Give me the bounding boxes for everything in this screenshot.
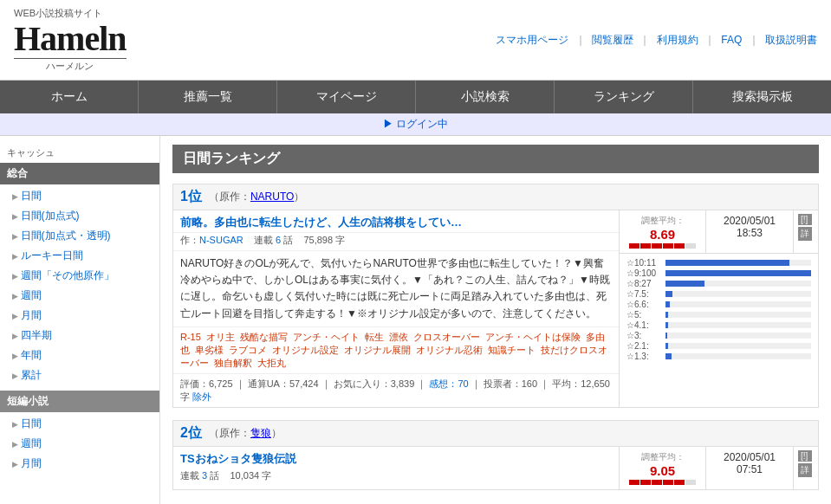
sidebar-item-weekly[interactable]: 週間 <box>0 286 159 306</box>
tag-interp[interactable]: 独自解釈 <box>214 358 252 368</box>
header-link-faq[interactable]: FAQ <box>721 34 742 46</box>
rank-1-title: 前略。多由也に転生したけど、人生の詰将棋をしてい… <box>180 215 462 230</box>
rank-1-badge[interactable]: [!] <box>798 214 812 225</box>
sidebar-item-daily[interactable]: 日間 <box>0 186 159 206</box>
star-row-8: ☆2.1: <box>626 341 811 351</box>
nav-board[interactable]: 搜索掲示板 <box>693 81 831 113</box>
nav-mypage[interactable]: マイページ <box>277 81 416 113</box>
star-row-1: ☆9:100 <box>626 268 811 278</box>
tag-orig-setting[interactable]: オリジナル設定 <box>272 345 339 355</box>
rank-1-score-bar <box>626 243 698 249</box>
content-area: 日間ランキング 1位 （原作：NARUTO） 前略。多由也に転生したけど、人生の… <box>160 136 831 504</box>
rank-entry-2: 2位 （原作：隻狼） TSおねショタ隻狼伝説 連載 3 話 10,034 字 <box>172 420 819 490</box>
sidebar-item-monthly[interactable]: 月間 <box>0 306 159 326</box>
tag-cheat[interactable]: 知識チート <box>488 345 536 355</box>
rank-1-orig-label: （原作：NARUTO） <box>209 190 304 204</box>
header-link-history[interactable]: 閲覧履歴 <box>592 34 633 46</box>
rank-2-title-row: TSおねショタ隻狼伝説 <box>173 447 619 468</box>
rank-1-review-link[interactable]: 感想：70 <box>429 378 468 389</box>
rank-1-series-unit: 話 <box>283 235 293 245</box>
tag-hyoi[interactable]: 漂依 <box>389 332 408 342</box>
sidebar: キャッシュ 総合 日間 日間(加点式) 日間(加点式・透明) ルーキー日間 週間… <box>0 136 160 504</box>
sidebar-item-daily-plus[interactable]: 日間(加点式) <box>0 206 159 226</box>
rank-1-char-count: 75,898 字 <box>303 235 345 245</box>
tag-romcom[interactable]: ラブコメ <box>229 345 267 355</box>
logo-area: WEB小説投稿サイト Hameln ハーメルン <box>14 7 127 73</box>
sidebar-item-quarterly[interactable]: 四半期 <box>0 326 159 346</box>
rank-entry-1: 1位 （原作：NARUTO） 前略。多由也に転生したけど、人生の詰将棋をしてい…… <box>172 184 819 408</box>
main-nav: ホーム 推薦一覧 マイページ 小説検索 ランキング 搜索掲示板 <box>0 81 831 113</box>
rank-1-series-type: 連載 <box>254 235 273 245</box>
tag-antihate2[interactable]: アンチ・ヘイトは保険 <box>485 332 581 342</box>
tag-hizetsusama[interactable]: 卑劣様 <box>195 345 224 355</box>
header: WEB小説投稿サイト Hameln ハーメルン スマホ用ページ ｜ 閲覧履歴 ｜… <box>0 0 831 81</box>
star-row-9: ☆1.3: <box>626 352 811 361</box>
rank-1-series-count[interactable]: 6 <box>276 235 281 245</box>
login-link[interactable]: ▶ ログイン中 <box>383 118 448 130</box>
tag-taikyomaru[interactable]: 大拒丸 <box>257 358 286 368</box>
star-row-2: ☆8:27 <box>626 279 811 288</box>
rank-2-badge[interactable]: [!] <box>798 450 812 462</box>
rank-2-title-link[interactable]: TSおねショタ隻狼伝説 <box>180 452 296 465</box>
rank-1-badge2[interactable]: 詳 <box>798 227 812 241</box>
rank-1-author-series: 作：N-SUGAR 連載 6 話 75,898 字 <box>173 233 619 251</box>
nav-home[interactable]: ホーム <box>0 81 139 113</box>
sidebar-item-weekly-other[interactable]: 週間「その他原作」 <box>0 266 159 286</box>
rank-1-title-link[interactable]: 前略。多由也に転生したけど、人生の詰将棋をしてい… <box>180 216 462 229</box>
rank-1-orig-link[interactable]: NARUTO <box>250 191 294 203</box>
sidebar-section-short: 短編小説 <box>0 391 159 412</box>
tag-orig-dev[interactable]: オリジナル展開 <box>344 345 411 355</box>
header-link-manual[interactable]: 取扱説明書 <box>765 34 817 46</box>
tag-ori[interactable]: オリ主 <box>206 332 235 342</box>
sidebar-item-short-weekly[interactable]: 週間 <box>0 434 159 454</box>
tag-antihate[interactable]: アンチ・ヘイト <box>293 332 360 342</box>
rank-1-stats-top: 調整平均： 8.69 202 <box>620 210 818 254</box>
rank-2-score-bar <box>626 480 698 485</box>
tag-tensei[interactable]: 転生 <box>365 332 384 342</box>
sidebar-item-daily-plus-trans[interactable]: 日間(加点式・透明) <box>0 226 159 246</box>
tag-r15[interactable]: R-15 <box>180 332 201 342</box>
rank-1-star-chart: ☆10:11 ☆9:100 ☆8:27 ☆7.5: <box>620 254 818 366</box>
rank-1-fav: 3,839 <box>391 378 415 389</box>
nav-recommendations[interactable]: 推薦一覧 <box>139 81 277 113</box>
header-links: スマホ用ページ ｜ 閲覧履歴 ｜ 利用規約 ｜ FAQ ｜ 取扱説明書 <box>496 33 817 48</box>
rank-2-score-value: 9.05 <box>626 463 698 478</box>
header-link-smartphone[interactable]: スマホ用ページ <box>496 34 568 46</box>
rank-1-title-row: 前略。多由也に転生したけど、人生の詰将棋をしてい… <box>173 210 619 233</box>
rank-1-left: 前略。多由也に転生したけど、人生の詰将棋をしてい… 作：N-SUGAR 連載 6… <box>173 210 619 407</box>
rank-2-series-count[interactable]: 3 <box>202 470 207 481</box>
header-link-terms[interactable]: 利用規約 <box>657 34 698 46</box>
rank-1-tags: R-15 オリ主 残酷な描写 アンチ・ヘイト 転生 漂依 クロスオーバー アンチ… <box>173 327 619 374</box>
rank-2-badge2[interactable]: 詳 <box>798 463 812 477</box>
rank-1-body: 前略。多由也に転生したけど、人生の詰将棋をしてい… 作：N-SUGAR 連載 6… <box>173 210 818 407</box>
sidebar-item-yearly[interactable]: 年間 <box>0 346 159 365</box>
sidebar-section-general: 総合 <box>0 163 159 184</box>
rank-2-badges: [!] 詳 <box>793 447 816 489</box>
tag-cruel[interactable]: 残酷な描写 <box>240 332 288 342</box>
rank-2-char-count: 10,034 字 <box>230 470 271 481</box>
sidebar-item-short-daily[interactable]: 日間 <box>0 414 159 434</box>
sidebar-item-rookie[interactable]: ルーキー日間 <box>0 246 159 266</box>
rank-2-date: 2020/05/01 <box>713 451 786 463</box>
rank-2-body: TSおねショタ隻狼伝説 連載 3 話 10,034 字 調整平均： <box>173 447 818 489</box>
main-layout: キャッシュ 総合 日間 日間(加点式) 日間(加点式・透明) ルーキー日間 週間… <box>0 136 831 504</box>
rank-1-voters: 160 <box>522 378 537 389</box>
star-row-0: ☆10:11 <box>626 258 811 268</box>
nav-ranking[interactable]: ランキング <box>555 81 693 113</box>
star-row-6: ☆4.1: <box>626 320 811 330</box>
sidebar-item-short-monthly[interactable]: 月間 <box>0 454 159 474</box>
tag-orig-ninjutsu[interactable]: オリジナル忍術 <box>416 345 483 355</box>
page-title: 日間ランキング <box>172 145 819 173</box>
rank-2-orig-link[interactable]: 隻狼 <box>250 427 271 439</box>
rank-2-header: 2位 （原作：隻狼） <box>173 421 818 447</box>
rank-1-ua: 57,424 <box>289 378 319 389</box>
rank-1-date: 2020/05/01 <box>713 215 786 227</box>
sidebar-item-cumulative[interactable]: 累計 <box>0 365 159 385</box>
nav-search[interactable]: 小説検索 <box>416 81 555 113</box>
tag-crossover[interactable]: クロスオーバー <box>413 332 480 342</box>
rank-2-right: 調整平均： 9.05 202 <box>619 447 818 489</box>
rank-1-eval: 6,725 <box>209 378 233 389</box>
rank-2-left: TSおねショタ隻狼伝説 連載 3 話 10,034 字 <box>173 447 619 489</box>
rank-1-exclude[interactable]: 除外 <box>192 391 211 402</box>
rank-1-footer: 評価：6,725 ｜ 通算UA：57,424 ｜ お気に入り：3,839 ｜ 感… <box>173 374 619 407</box>
